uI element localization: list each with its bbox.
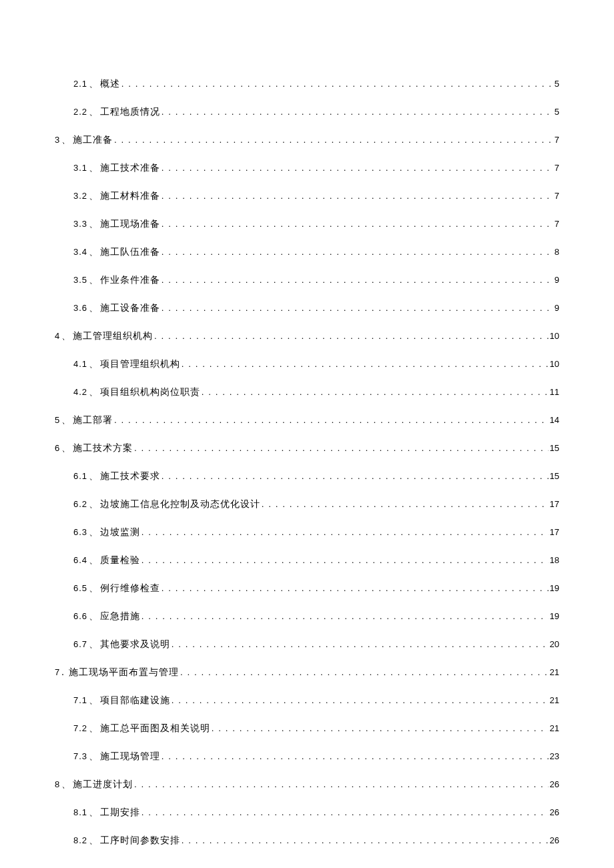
toc-entry-separator: 、 — [89, 359, 99, 369]
toc-entry-title: 施工技术准备 — [100, 163, 160, 173]
toc-entry-page: 9 — [555, 302, 559, 315]
toc-entry-separator: 、 — [89, 79, 99, 89]
toc-entry-number: 6.1 — [73, 471, 87, 481]
toc-entry-separator: 、 — [89, 303, 99, 313]
toc-entry-title: 施工技术要求 — [100, 471, 160, 481]
toc-dots: . . . . . . . . . . . . . . . . . . . . … — [202, 386, 548, 399]
toc-entry-page: 10 — [550, 358, 559, 371]
toc-entry-page: 8 — [555, 246, 559, 259]
toc-entry-number: 8 — [55, 779, 60, 789]
toc-entry-separator: 、 — [61, 779, 71, 789]
toc-entry-title: 施工准备 — [73, 135, 113, 145]
toc-dots: . . . . . . . . . . . . . . . . . . . . … — [114, 133, 553, 147]
toc-entry-title: 施工现场准备 — [100, 219, 160, 229]
toc-entry-number: 3.3 — [73, 219, 87, 229]
toc-entry-page: 26 — [550, 834, 559, 847]
toc-entry-label: 8.2、工序时间参数安排 — [73, 833, 180, 847]
toc-entry-number: 3.4 — [73, 247, 87, 257]
toc-entry-separator: 、 — [89, 695, 99, 705]
toc-entry: 7.2、施工总平面图及相关说明. . . . . . . . . . . . .… — [55, 721, 559, 735]
toc-entry-separator: 、 — [89, 107, 99, 117]
toc-entry-number: 5 — [55, 415, 60, 425]
toc-entry-page: 7 — [555, 189, 559, 203]
toc-entry-label: 6.6、应急措施 — [73, 609, 140, 623]
toc-dots: . . . . . . . . . . . . . . . . . . . . … — [141, 806, 548, 819]
toc-entry-page: 5 — [555, 105, 559, 119]
toc-entry-title: 工程地质情况 — [100, 107, 160, 117]
toc-entry-label: 4.1、项目管理组织机构 — [73, 357, 180, 371]
toc-entry-page: 15 — [550, 470, 559, 483]
toc-entry-separator: 、 — [89, 275, 99, 285]
toc-entry-label: 7.3、施工现场管理 — [73, 749, 160, 763]
toc-entry: 7.3、施工现场管理. . . . . . . . . . . . . . . … — [55, 749, 559, 763]
toc-entry-number: 8.2 — [73, 835, 87, 845]
toc-entry-page: 17 — [550, 498, 559, 511]
toc-entry-title: 施工部署 — [73, 415, 113, 425]
toc-entry-separator: 、 — [61, 415, 71, 425]
toc-entry: 6.7、其他要求及说明. . . . . . . . . . . . . . .… — [55, 637, 559, 651]
toc-entry-number: 3 — [55, 135, 60, 145]
toc-entry-title: 概述 — [100, 79, 120, 89]
toc-entry-page: 21 — [550, 666, 559, 679]
toc-entry-page: 18 — [550, 554, 559, 567]
toc-entry: 3.5、作业条件准备. . . . . . . . . . . . . . . … — [55, 273, 559, 287]
toc-entry-number: 4.2 — [73, 387, 87, 397]
toc-dots: . . . . . . . . . . . . . . . . . . . . … — [121, 77, 553, 91]
toc-entry-separator: 、 — [89, 639, 99, 649]
toc-entry-title: 施工技术方案 — [73, 443, 133, 453]
toc-entry: 6.1、施工技术要求. . . . . . . . . . . . . . . … — [55, 469, 559, 483]
toc-entry-label: 4.2、项目组织机构岗位职责 — [73, 385, 200, 399]
toc-entry-page: 26 — [550, 806, 559, 819]
toc-dots: . . . . . . . . . . . . . . . . . . . . … — [162, 750, 548, 763]
toc-entry-number: 6.2 — [73, 499, 87, 509]
toc-entry-separator: 、 — [89, 191, 99, 201]
toc-entry-label: 3.5、作业条件准备 — [73, 273, 160, 287]
toc-entry-title: 施工进度计划 — [73, 779, 133, 789]
toc-dots: . . . . . . . . . . . . . . . . . . . . … — [162, 470, 548, 483]
toc-entry-label: 8.1、工期安排 — [73, 805, 140, 819]
toc-entry-title: 例行维修检查 — [100, 583, 160, 593]
toc-entry-label: 3.1、施工技术准备 — [73, 161, 160, 175]
toc-entry-page: 19 — [550, 582, 559, 595]
toc-entry-title: 其他要求及说明 — [100, 639, 170, 649]
toc-dots: . . . . . . . . . . . . . . . . . . . . … — [162, 302, 553, 315]
toc-entry-number: 7.1 — [73, 695, 87, 705]
toc-entry: 3.4、施工队伍准备. . . . . . . . . . . . . . . … — [55, 245, 559, 259]
toc-entry-page: 17 — [550, 526, 559, 539]
toc-entry-separator: 、 — [89, 835, 99, 845]
toc-entry-page: 21 — [550, 694, 559, 707]
toc-entry-label: 3、施工准备 — [55, 133, 113, 147]
toc-dots: . . . . . . . . . . . . . . . . . . . . … — [134, 778, 548, 791]
toc-entry: 8.2、工序时间参数安排. . . . . . . . . . . . . . … — [55, 833, 559, 847]
toc-entry-separator: 、 — [89, 527, 99, 537]
toc-dots: . . . . . . . . . . . . . . . . . . . . … — [162, 161, 553, 175]
toc-entry-title: 施工现场管理 — [100, 751, 160, 761]
toc-dots: . . . . . . . . . . . . . . . . . . . . … — [172, 694, 548, 707]
toc-entry-title: 工序时间参数安排 — [100, 835, 180, 845]
toc-entry: 6.3、边坡监测. . . . . . . . . . . . . . . . … — [55, 525, 559, 539]
toc-entry: 4、施工管理组织机构. . . . . . . . . . . . . . . … — [55, 329, 559, 343]
toc-entry-label: 3.4、施工队伍准备 — [73, 245, 160, 259]
toc-dots: . . . . . . . . . . . . . . . . . . . . … — [141, 554, 548, 567]
toc-entry-label: 6.1、施工技术要求 — [73, 469, 160, 483]
toc-entry: 8.1、工期安排. . . . . . . . . . . . . . . . … — [55, 805, 559, 819]
toc-entry-label: 5、施工部署 — [55, 413, 113, 427]
toc-entry: 4.1、项目管理组织机构. . . . . . . . . . . . . . … — [55, 357, 559, 371]
toc-entry-number: 7.3 — [73, 751, 87, 761]
toc-entry-separator: 、 — [89, 611, 99, 621]
toc-entry-title: 施工总平面图及相关说明 — [100, 723, 210, 733]
toc-entry-title: 质量检验 — [100, 555, 140, 565]
toc-dots: . . . . . . . . . . . . . . . . . . . . … — [141, 610, 548, 623]
toc-dots: . . . . . . . . . . . . . . . . . . . . … — [162, 246, 553, 259]
toc-dots: . . . . . . . . . . . . . . . . . . . . … — [141, 526, 548, 539]
toc-entry-number: 6.7 — [73, 639, 87, 649]
toc-entry-page: 19 — [550, 610, 559, 623]
toc-entry-page: 14 — [550, 414, 559, 427]
toc-entry-number: 4.1 — [73, 359, 87, 369]
toc-entry-title: 施工设备准备 — [100, 303, 160, 313]
toc-entry: 5、施工部署. . . . . . . . . . . . . . . . . … — [55, 413, 559, 427]
toc-entry: 6.6、应急措施. . . . . . . . . . . . . . . . … — [55, 609, 559, 623]
toc-entry-label: 3.3、施工现场准备 — [73, 217, 160, 231]
toc-dots: . . . . . . . . . . . . . . . . . . . . … — [180, 666, 548, 679]
toc-dots: . . . . . . . . . . . . . . . . . . . . … — [182, 834, 548, 847]
